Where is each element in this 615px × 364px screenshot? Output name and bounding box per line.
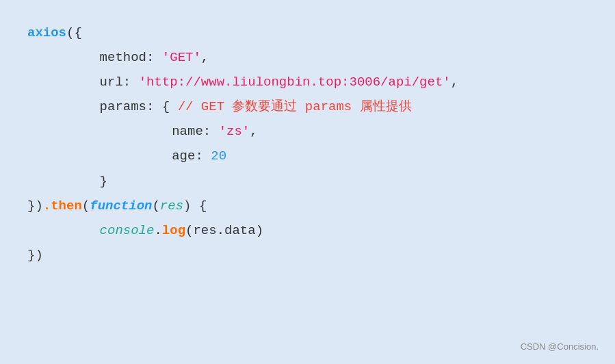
line1-rest: ({	[66, 21, 82, 45]
dot-separator: .	[154, 218, 161, 243]
code-line-2: method: 'GET' ,	[27, 45, 588, 70]
code-line-5: name: 'zs' ,	[27, 119, 588, 144]
name-val: 'zs'	[219, 119, 250, 144]
close-params: }	[68, 169, 107, 194]
then-rest: ) {	[183, 194, 207, 218]
url-key: url:	[68, 70, 139, 94]
code-line-3: url: 'http://www.liulongbin.top:3006/api…	[27, 70, 588, 94]
name-key: name:	[109, 119, 219, 144]
params-key: params: {	[68, 94, 178, 119]
log-args: (res.data)	[185, 218, 263, 243]
open-paren: (	[152, 194, 159, 218]
comma-3: ,	[250, 119, 257, 144]
function-keyword: function	[90, 194, 152, 218]
params-comment: // GET 参数要通过 params 属性提供	[178, 94, 412, 119]
console-word: console	[68, 218, 154, 243]
watermark: CSDN @Concision.	[521, 341, 599, 352]
code-line-8: }) .then ( function ( res ) {	[27, 194, 588, 218]
code-line-9: console . log (res.data)	[27, 218, 588, 243]
age-val: 20	[211, 144, 226, 168]
then-open-paren: (	[82, 194, 90, 218]
code-line-6: age: 20	[27, 144, 588, 168]
final-close: })	[27, 243, 43, 268]
age-key: age:	[109, 144, 211, 168]
log-word: log	[162, 218, 185, 243]
res-param: res	[160, 194, 183, 218]
comma-2: ,	[451, 70, 458, 94]
then-keyword: .then	[43, 194, 82, 218]
code-line-10: })	[27, 243, 588, 268]
code-line-7: }	[27, 169, 588, 194]
code-block: axios ({ method: 'GET' , url: 'http://ww…	[0, 0, 615, 364]
comma-1: ,	[201, 45, 209, 70]
method-key: method:	[68, 45, 162, 70]
close-axios: })	[27, 194, 43, 218]
code-line-1: axios ({	[27, 21, 588, 45]
url-val: 'http://www.liulongbin.top:3006/api/get'	[139, 70, 451, 94]
code-line-4: params: { // GET 参数要通过 params 属性提供	[27, 94, 588, 119]
axios-keyword: axios	[27, 21, 66, 45]
method-val: 'GET'	[162, 45, 201, 70]
